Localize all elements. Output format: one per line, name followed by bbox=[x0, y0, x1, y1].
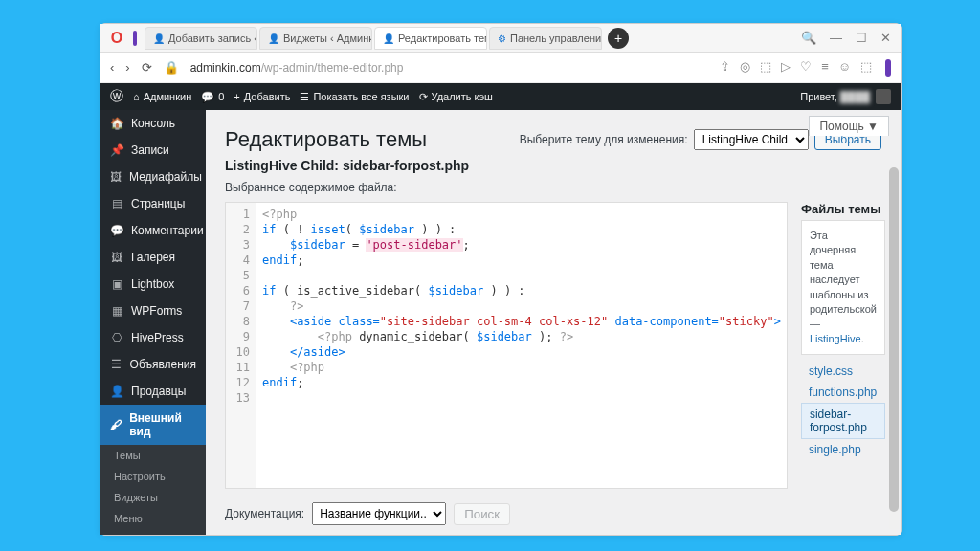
ext-icon[interactable]: ⬚ bbox=[860, 59, 872, 77]
reload-icon[interactable]: ⟳ bbox=[142, 60, 152, 75]
play-icon[interactable]: ▷ bbox=[781, 59, 791, 77]
wp-sidebar: 🏠Консоль 📌Записи 🖼Медиафайлы ▤Страницы 💬… bbox=[100, 110, 206, 535]
browser-tab-active[interactable]: Редактировать темы ‹ А bbox=[374, 27, 487, 50]
sidebar-item-vendors[interactable]: 👤Продавцы bbox=[100, 378, 206, 405]
sidebar-item-wpforms[interactable]: ▦WPForms bbox=[100, 298, 206, 324]
menu-icon[interactable]: ≡ bbox=[821, 59, 829, 77]
person-icon bbox=[383, 33, 394, 44]
sidebar-item-pages[interactable]: ▤Страницы bbox=[100, 190, 206, 217]
media-icon: 🖼 bbox=[110, 170, 122, 184]
url-field[interactable]: adminkin.com/wp-admin/theme-editor.php bbox=[190, 61, 708, 75]
page-icon: ▤ bbox=[110, 197, 123, 210]
heart-icon[interactable]: ♡ bbox=[800, 59, 812, 77]
user-icon: 👤 bbox=[110, 385, 123, 398]
file-item[interactable]: style.css bbox=[801, 361, 885, 382]
file-item[interactable]: functions.php bbox=[801, 382, 885, 403]
adminbar-langs[interactable]: ☰ Показать все языки bbox=[300, 91, 409, 103]
sidebar-sub-menus[interactable]: Меню bbox=[100, 508, 206, 529]
doc-search-button[interactable]: Поиск bbox=[454, 503, 510, 525]
adminbar-cache[interactable]: ⟳ Удалить кэш bbox=[419, 91, 493, 103]
sidebar-item-listings[interactable]: ☰Объявления bbox=[100, 351, 206, 378]
sidebar-item-gallery[interactable]: 🖼Галерея bbox=[100, 244, 206, 271]
list-icon: ☰ bbox=[110, 358, 122, 371]
sidebar-sub-customize[interactable]: Настроить bbox=[100, 466, 206, 487]
sidebar-item-hivepress[interactable]: ⎔HivePress bbox=[100, 324, 206, 351]
search-icon[interactable]: 🔍 bbox=[801, 31, 816, 45]
doc-label: Документация: bbox=[225, 507, 304, 520]
parent-theme-link[interactable]: ListingHive bbox=[810, 333, 861, 344]
sidebar-item-dashboard[interactable]: 🏠Консоль bbox=[100, 110, 206, 137]
maximize-icon[interactable]: ☐ bbox=[856, 31, 867, 45]
browser-tab[interactable]: Добавить запись ‹ Адми bbox=[145, 27, 257, 50]
content-desc: Выбранное содержимое файла: bbox=[225, 181, 881, 194]
gallery-icon: 🖼 bbox=[110, 251, 123, 264]
doc-select[interactable]: Название функции... bbox=[312, 502, 446, 525]
opera-pill-icon bbox=[885, 59, 891, 77]
sidebar-sub-widgets[interactable]: Виджеты bbox=[100, 487, 206, 508]
pin-icon: 📌 bbox=[110, 143, 123, 157]
cube-icon[interactable]: ⬚ bbox=[760, 59, 771, 77]
wp-content: Помощь ▼ Редактировать темы Выберите тем… bbox=[206, 110, 901, 535]
theme-select[interactable]: ListingHive Child bbox=[694, 129, 809, 150]
new-tab-button[interactable]: + bbox=[608, 28, 629, 49]
sidebar-sub-themes[interactable]: Темы bbox=[100, 445, 206, 466]
browser-tab[interactable]: Виджеты ‹ Админкин — bbox=[259, 27, 372, 50]
sidebar-item-posts[interactable]: 📌Записи bbox=[100, 137, 206, 164]
line-gutter: 12345678910111213 bbox=[226, 203, 256, 488]
adminbar-site[interactable]: ⌂ Админкин bbox=[133, 91, 191, 102]
sidebar-item-media[interactable]: 🖼Медиафайлы bbox=[100, 164, 206, 190]
lock-icon: 🔒 bbox=[164, 60, 179, 75]
sidebar-item-appearance[interactable]: 🖌Внешний вид bbox=[100, 405, 206, 445]
opera-icon[interactable] bbox=[108, 30, 125, 47]
scrollbar-track[interactable] bbox=[889, 167, 899, 529]
adminbar-comments[interactable]: 💬 0 bbox=[201, 91, 224, 103]
dashboard-icon: 🏠 bbox=[110, 117, 123, 130]
browser-tab[interactable]: Панель управления VH bbox=[489, 27, 602, 50]
files-heading: Файлы темы bbox=[801, 202, 885, 216]
lightbox-icon: ▣ bbox=[110, 277, 123, 291]
wpforms-icon: ▦ bbox=[110, 304, 123, 318]
person-icon bbox=[268, 33, 279, 44]
close-icon[interactable]: ✕ bbox=[880, 31, 891, 45]
person-icon bbox=[153, 33, 165, 44]
profile-icon[interactable]: ☺ bbox=[838, 59, 851, 77]
comment-icon: 💬 bbox=[110, 224, 123, 237]
forward-icon[interactable]: › bbox=[125, 60, 129, 75]
file-subtitle: ListingHive Child: sidebar-forpost.php bbox=[225, 158, 881, 173]
wp-logo-icon[interactable] bbox=[110, 88, 123, 105]
code-editor[interactable]: 12345678910111213 <?phpif ( ! isset( $si… bbox=[225, 202, 788, 489]
help-tab[interactable]: Помощь ▼ bbox=[809, 116, 889, 136]
sidebar-item-lightbox[interactable]: ▣Lightbox bbox=[100, 271, 206, 298]
adminbar-greeting[interactable]: Привет, ████ bbox=[800, 91, 870, 102]
scrollbar-thumb[interactable] bbox=[889, 167, 899, 512]
theme-select-label: Выберите тему для изменения: bbox=[520, 133, 688, 146]
adminbar-add[interactable]: + Добавить bbox=[234, 91, 290, 102]
back-icon[interactable]: ‹ bbox=[110, 60, 114, 75]
file-item[interactable]: sidebar-forpost.php bbox=[801, 403, 885, 439]
address-bar: ‹ › ⟳ 🔒 adminkin.com/wp-admin/theme-edit… bbox=[100, 53, 901, 83]
wp-adminbar: ⌂ Админкин 💬 0 + Добавить ☰ Показать все… bbox=[100, 83, 901, 110]
sidebar-sub-header[interactable]: Заголовок bbox=[100, 529, 206, 535]
files-note: Эта дочерняя тема наследует шаблоны из р… bbox=[801, 220, 885, 355]
sidebar-pill bbox=[133, 31, 137, 46]
sidebar-item-comments[interactable]: 💬Комментарии bbox=[100, 217, 206, 244]
code-body[interactable]: <?phpif ( ! isset( $sidebar ) ) : $sideb… bbox=[256, 203, 787, 488]
file-item[interactable]: single.php bbox=[801, 439, 885, 460]
minimize-icon[interactable]: — bbox=[830, 31, 842, 45]
camera-icon[interactable]: ◎ bbox=[740, 59, 750, 77]
avatar-icon[interactable] bbox=[876, 89, 891, 104]
brush-icon: 🖌 bbox=[110, 418, 122, 431]
share-icon[interactable]: ⇪ bbox=[720, 59, 730, 77]
hive-icon: ⎔ bbox=[110, 331, 123, 344]
gear-icon bbox=[498, 33, 506, 44]
browser-tabstrip: Добавить запись ‹ Адми Виджеты ‹ Админки… bbox=[100, 24, 901, 53]
